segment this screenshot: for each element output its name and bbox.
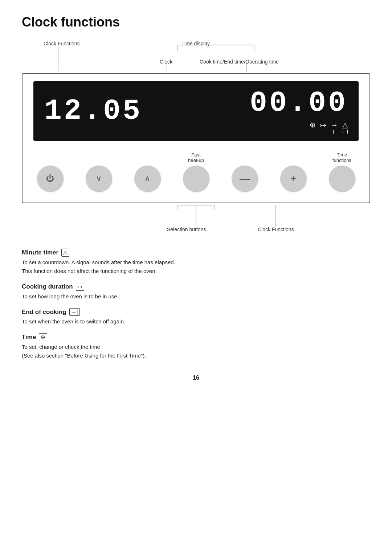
fast-heatup-button[interactable]	[183, 166, 209, 192]
tick-1	[333, 130, 334, 134]
button-group-down: ∨	[86, 152, 112, 192]
oven-panel: 12.05 00.00 ⊕ ↦ → △	[22, 73, 370, 203]
tick-4	[347, 130, 348, 134]
diagram-area: Clock Functions Time display Clock Cook …	[22, 41, 370, 234]
minus-button[interactable]: —	[232, 166, 258, 192]
section-minute-timer: Minute timer △ To set a countdown. A sig…	[22, 249, 370, 276]
label-selection-buttons: Selection buttons	[167, 227, 206, 232]
icon-bell: △	[342, 121, 348, 129]
section-title-time: Time ⊕	[22, 333, 370, 341]
display-screen: 12.05 00.00 ⊕ ↦ → △	[33, 81, 359, 141]
tick-marks	[333, 130, 348, 134]
button-group-power: ⏻	[37, 152, 63, 192]
display-icons-row: ⊕ ↦ → △	[310, 121, 348, 129]
section-title-text: Minute timer	[22, 249, 58, 256]
page-title: Clock functions	[22, 15, 370, 30]
icon-circle-plus: ⊕	[310, 121, 316, 129]
label-cook-time: Cook time/End time/Operating time	[200, 59, 279, 65]
time-icon: ⊕	[39, 333, 47, 341]
display-time-secondary: 00.00	[250, 89, 348, 118]
label-clock: Clock	[160, 59, 172, 65]
label-clock-functions-bottom: Clock Functions	[258, 227, 294, 232]
section-cooking-duration: Cooking duration ↦ To set how long the o…	[22, 283, 370, 301]
section-text-minute-timer: To set a countdown. A signal sounds afte…	[22, 258, 370, 276]
down-button[interactable]: ∨	[86, 166, 112, 192]
label-clock-functions: Clock Functions	[44, 41, 80, 46]
cooking-duration-icon: ↦	[76, 283, 84, 291]
plus-button[interactable]: +	[280, 166, 306, 192]
section-end-of-cooking: End of cooking →| To set when the oven i…	[22, 308, 370, 326]
button-group-plus: +	[280, 152, 306, 192]
section-text-time: To set, change or check the time (See al…	[22, 343, 370, 360]
buttons-row: ⏻ ∨ ∧ Fast heat-up —	[33, 152, 359, 192]
icon-arrow-right: →	[331, 121, 338, 129]
section-title-cooking-duration: Cooking duration ↦	[22, 283, 370, 291]
section-title-minute-timer: Minute timer △	[22, 249, 370, 257]
display-time-main: 12.05	[44, 97, 142, 126]
button-group-minus: —	[232, 152, 258, 192]
icon-arrow-bar-right: ↦	[320, 121, 326, 129]
display-right: 00.00 ⊕ ↦ → △	[250, 89, 348, 134]
section-title-end-of-cooking: End of cooking →|	[22, 308, 370, 316]
button-group-fastheatup: Fast heat-up	[183, 152, 209, 192]
power-button[interactable]: ⏻	[37, 166, 63, 192]
page-number: 16	[22, 375, 370, 381]
bottom-labels: Selection buttons Clock Functions	[22, 205, 370, 234]
time-functions-button[interactable]	[329, 166, 355, 192]
section-time: Time ⊕ To set, change or check the time …	[22, 333, 370, 360]
display-left: 12.05	[44, 97, 142, 126]
up-button[interactable]: ∧	[134, 166, 160, 192]
section-title-text: Cooking duration	[22, 283, 73, 290]
button-group-timefunctions: Time functions	[329, 152, 355, 192]
section-title-text: End of cooking	[22, 309, 66, 316]
section-text-end-of-cooking: To set when the oven is to switch off ag…	[22, 317, 370, 326]
minute-timer-icon: △	[61, 249, 69, 257]
section-text-cooking-duration: To set how long the oven is to be in use…	[22, 292, 370, 301]
top-labels: Clock Functions Time display Clock Cook …	[22, 41, 370, 73]
tick-3	[343, 130, 343, 134]
section-title-text: Time	[22, 334, 36, 341]
tick-2	[338, 130, 338, 134]
button-group-up: ∧	[134, 152, 160, 192]
label-time-display: Time display	[181, 41, 210, 46]
end-of-cooking-icon: →|	[69, 308, 80, 316]
button-label-fastheatup: Fast heat-up	[188, 152, 204, 163]
button-label-timefunctions: Time functions	[332, 152, 351, 163]
